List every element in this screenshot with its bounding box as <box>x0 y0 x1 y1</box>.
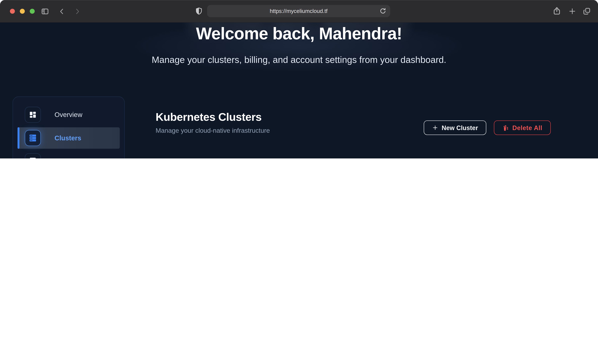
plus-icon <box>432 125 438 131</box>
stage: https://myceliumcloud.tf Welcome back, M… <box>0 0 598 158</box>
sidebar-item-label: My Nodes <box>55 157 85 158</box>
sidebar-nav: OverviewClustersMy NodesProfileSSH KeysA… <box>13 97 125 158</box>
new-cluster-button[interactable]: New Cluster <box>424 120 486 135</box>
back-icon[interactable] <box>58 7 66 16</box>
welcome-section: Welcome back, Mahendra! Welcome back, Ma… <box>0 23 598 65</box>
minimize-window-button[interactable] <box>20 9 25 14</box>
tabs-overview-icon[interactable] <box>582 7 591 16</box>
header-actions: New Cluster Delete All <box>424 120 551 135</box>
welcome-title: Welcome back, Mahendra! <box>0 23 598 43</box>
sidebar-item-my-nodes[interactable]: My Nodes <box>17 151 120 158</box>
address-bar[interactable]: https://myceliumcloud.tf <box>207 5 390 17</box>
servers-icon <box>25 130 41 146</box>
nodes-icon <box>25 153 41 158</box>
trash-icon <box>502 124 509 131</box>
main-panel: Kubernetes Clusters Manage your cloud-na… <box>156 97 551 158</box>
dashboard-icon <box>25 107 41 123</box>
page-subtitle: Manage your cloud-native infrastructure <box>156 127 270 135</box>
browser-window: https://myceliumcloud.tf Welcome back, M… <box>0 0 598 158</box>
new-tab-icon[interactable] <box>568 7 576 15</box>
delete-all-button[interactable]: Delete All <box>494 120 551 135</box>
page-title: Kubernetes Clusters <box>156 111 270 124</box>
reload-icon[interactable] <box>379 7 387 15</box>
delete-all-label: Delete All <box>512 124 542 131</box>
sidebar-item-label: Overview <box>55 111 83 119</box>
browser-toolbar: https://myceliumcloud.tf <box>0 0 598 23</box>
welcome-subtitle: Manage your clusters, billing, and accou… <box>0 55 598 65</box>
zoom-window-button[interactable] <box>30 9 35 14</box>
page-content: Welcome back, Mahendra! Welcome back, Ma… <box>0 23 598 158</box>
sidebar-item-overview[interactable]: Overview <box>17 104 120 126</box>
sidebar-item-label: Clusters <box>55 134 81 142</box>
share-icon[interactable] <box>552 7 561 16</box>
sidebar-item-clusters[interactable]: Clusters <box>17 127 120 149</box>
close-window-button[interactable] <box>10 9 15 14</box>
sidebar-toggle-icon[interactable] <box>41 7 49 16</box>
url-text: https://myceliumcloud.tf <box>270 8 327 14</box>
forward-icon[interactable] <box>73 7 82 16</box>
main-heading-block: Kubernetes Clusters Manage your cloud-na… <box>156 111 270 135</box>
window-controls <box>10 9 35 14</box>
active-accent-bar <box>17 127 19 149</box>
shield-icon[interactable] <box>195 7 203 16</box>
new-cluster-label: New Cluster <box>442 124 478 131</box>
